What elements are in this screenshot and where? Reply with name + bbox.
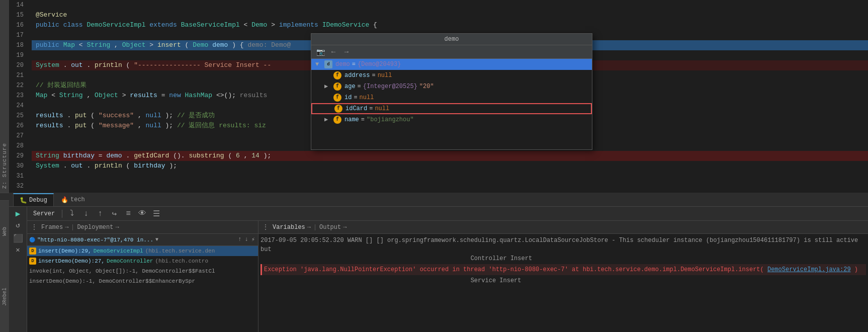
var-output-header: ⋮ Variables → Output → bbox=[258, 221, 868, 234]
bottom-tab-bar: 🐛 Debug 🔥 tech bbox=[9, 193, 868, 207]
code-line-30: System . out . println ( birthday ); bbox=[32, 161, 868, 171]
frame-1-icon: D bbox=[29, 258, 36, 265]
thread-icon: 🔵 bbox=[29, 237, 35, 243]
thread-btns: ↑ ↓ ⚡ bbox=[237, 236, 256, 243]
expand-placeholder5 bbox=[324, 92, 331, 103]
name-expand-icon[interactable]: ▶ bbox=[324, 114, 331, 125]
var-menu-btn[interactable]: ⋮ bbox=[261, 222, 271, 232]
expand-placeholder8 bbox=[315, 114, 322, 125]
popup-field-idcard[interactable]: f idCard = null bbox=[311, 103, 592, 114]
frames-list: D insert(Demo):29, DemoServiceImpl (hbi.… bbox=[27, 246, 258, 332]
f-icon-name: f bbox=[333, 116, 341, 124]
code-line-31 bbox=[32, 171, 868, 181]
f-icon-id: f bbox=[333, 94, 341, 102]
separator bbox=[62, 210, 62, 218]
debug-panels: Server ⤵ ↓ ↑ ↪ ≡ 👁 ☰ ⋮ Fram bbox=[27, 207, 868, 332]
evaluate-btn[interactable]: ≡ bbox=[122, 208, 135, 219]
expand-placeholder4 bbox=[315, 92, 322, 103]
frame-0-icon: D bbox=[29, 247, 36, 255]
debug-popup: demo 📷 ← → ▼ d demo = {Demo@20493} f add… bbox=[311, 33, 592, 150]
close-debug-button[interactable]: ✕ bbox=[16, 245, 20, 254]
frame-item-1[interactable]: D insertDemo(Demo):27, DemoController (h… bbox=[27, 256, 258, 266]
code-line-15: @Service bbox=[32, 10, 868, 20]
expand-placeholder3 bbox=[315, 81, 322, 92]
code-line-29: String birthday = demo . getIdCard (). s… bbox=[32, 151, 868, 161]
popup-field-address[interactable]: f address = null bbox=[311, 70, 592, 81]
thread-selector: 🔵 "http-nio-8080-exec-7"@17,470 in... ▼ … bbox=[27, 234, 258, 246]
demo-icon: d bbox=[324, 60, 332, 68]
run-controls: ▶ ↺ ⬛ ✕ bbox=[9, 207, 27, 332]
expand-placeholder6 bbox=[316, 103, 323, 114]
age-expand-icon[interactable]: ▶ bbox=[324, 81, 331, 92]
debug-toolbar: Server ⤵ ↓ ↑ ↪ ≡ 👁 ☰ bbox=[27, 207, 868, 221]
server-label: Server bbox=[29, 210, 59, 217]
thread-label: "http-nio-8080-exec-7"@17,470 in... bbox=[37, 237, 153, 243]
frames-expand-btn[interactable]: ⋮ bbox=[29, 222, 39, 232]
console-output: 2017-09-05 20:05:52.320 WARN [] [] org.s… bbox=[258, 234, 868, 332]
web-label: Web bbox=[2, 227, 8, 236]
console-ctrl-line: Controller Insert bbox=[261, 254, 866, 263]
debug-tab[interactable]: 🐛 Debug bbox=[13, 193, 54, 206]
thread-dropdown[interactable]: ▼ bbox=[155, 237, 158, 242]
frames-panel-header: ⋮ Frames → Deployment → bbox=[27, 221, 258, 234]
popup-field-name[interactable]: ▶ f name = "bojiangzhou" bbox=[311, 114, 592, 125]
popup-content: ▼ d demo = {Demo@20493} f address = null… bbox=[311, 59, 592, 149]
console-warn-line: 2017-09-05 20:05:52.320 WARN [] [] org.s… bbox=[261, 236, 866, 254]
sep bbox=[72, 224, 73, 230]
frame-item-2[interactable]: invoke(int, Object, Object[]):-1, DemoCo… bbox=[27, 266, 258, 276]
popup-field-id[interactable]: f id = null bbox=[311, 92, 592, 103]
tech-tab[interactable]: 🔥 tech bbox=[55, 193, 91, 206]
main-container: Z: Structure 14 15 16 17 18 ▶ 19 20 bbox=[0, 0, 868, 332]
frames-label: Frames bbox=[41, 224, 63, 231]
popup-forward-btn[interactable]: → bbox=[341, 47, 352, 57]
f-icon-address: f bbox=[333, 71, 341, 79]
f-icon-idcard: f bbox=[334, 105, 342, 113]
output-tab-label: Output bbox=[319, 224, 341, 231]
side-labels: Web JRebel bbox=[0, 201, 9, 332]
thread-down-btn[interactable]: ↓ bbox=[244, 236, 249, 243]
fire-icon: 🔥 bbox=[61, 196, 68, 204]
expand-placeholder7 bbox=[325, 103, 332, 114]
popup-title: demo bbox=[311, 34, 592, 45]
rebel-label: JRebel bbox=[2, 288, 8, 306]
expand-icon[interactable]: ▼ bbox=[315, 59, 322, 70]
popup-toolbar: 📷 ← → bbox=[311, 45, 592, 59]
thread-up-btn[interactable]: ↑ bbox=[237, 236, 242, 243]
frame-item-3[interactable]: insertDemo(Demo):-1, DemoController$$Enh… bbox=[27, 276, 258, 286]
step-out-btn[interactable]: ↑ bbox=[94, 208, 107, 219]
stop-button[interactable]: ⬛ bbox=[13, 233, 23, 243]
bottom-content: ▶ ↺ ⬛ ✕ Server ⤵ ↓ ↑ ↪ ≡ 👁 ☰ bbox=[9, 207, 868, 332]
reload-button[interactable]: ↺ bbox=[16, 221, 20, 229]
step-over-btn[interactable]: ⤵ bbox=[65, 208, 78, 219]
popup-back-btn[interactable]: ← bbox=[328, 47, 338, 57]
step-into-btn[interactable]: ↓ bbox=[79, 208, 93, 219]
frame-item-0[interactable]: D insert(Demo):29, DemoServiceImpl (hbi.… bbox=[27, 246, 258, 256]
play-button[interactable]: ▶ bbox=[16, 209, 21, 219]
popup-field-age[interactable]: ▶ f age = {Integer@20525} "20" bbox=[311, 81, 592, 92]
variables-output-panel: ⋮ Variables → Output → 2017-09-05 20:05:… bbox=[258, 221, 868, 332]
f-icon-age: f bbox=[333, 82, 341, 91]
error-link[interactable]: DemoServiceImpl.java:29 bbox=[767, 266, 851, 273]
expand-placeholder2 bbox=[324, 70, 331, 81]
watch-btn[interactable]: 👁 bbox=[136, 208, 149, 219]
console-svc-line: Service Insert bbox=[261, 276, 866, 285]
run-to-cursor-btn[interactable]: ↪ bbox=[108, 208, 121, 219]
panels-row: ⋮ Frames → Deployment → 🔵 "http-nio-8080… bbox=[27, 221, 868, 332]
bottom-main: 🐛 Debug 🔥 tech ▶ ↺ ⬛ ✕ Server bbox=[9, 193, 868, 332]
console-error-line: Exception 'java.lang.NullPointerExceptio… bbox=[261, 264, 866, 275]
expand-placeholder bbox=[315, 70, 322, 81]
popup-root-item[interactable]: ▼ d demo = {Demo@20493} bbox=[311, 59, 592, 70]
frames-panel: ⋮ Frames → Deployment → 🔵 "http-nio-8080… bbox=[27, 221, 258, 332]
line-numbers: 14 15 16 17 18 ▶ 19 20 21 22 bbox=[9, 0, 32, 201]
popup-camera-btn[interactable]: 📷 bbox=[315, 47, 325, 57]
structure-label: Z: Structure bbox=[2, 143, 8, 189]
frames-btn[interactable]: ☰ bbox=[150, 208, 163, 219]
code-line-14 bbox=[32, 0, 868, 10]
filter-btn[interactable]: ⚡ bbox=[250, 236, 256, 243]
deployment-label: Deployment bbox=[77, 224, 113, 231]
variables-tab-label: Variables bbox=[273, 224, 305, 231]
bug-icon: 🐛 bbox=[20, 197, 27, 204]
code-line-32 bbox=[32, 181, 868, 191]
code-line-16: public class DemoServiceImpl extends Bas… bbox=[32, 20, 868, 30]
